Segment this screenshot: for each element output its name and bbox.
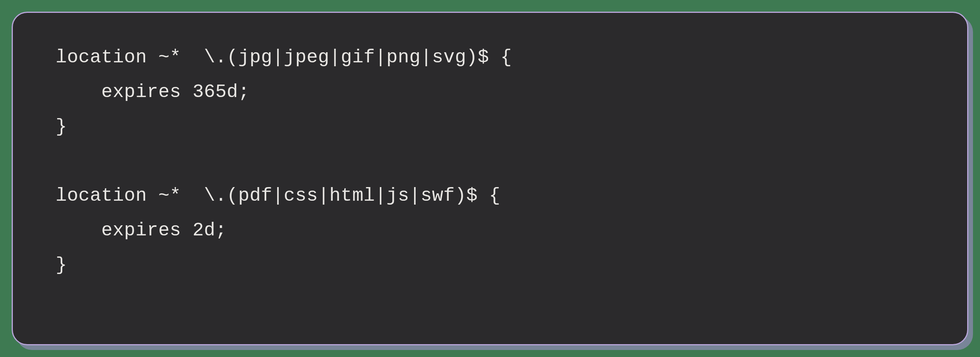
code-line-7: } (56, 254, 67, 276)
code-line-6: expires 2d; (56, 220, 227, 241)
code-line-1: location ~* \.(jpg|jpeg|gif|png|svg)$ { (56, 47, 512, 68)
code-line-5: location ~* \.(pdf|css|html|js|swf)$ { (56, 185, 501, 206)
code-line-2: expires 365d; (56, 81, 249, 103)
code-block: location ~* \.(jpg|jpeg|gif|png|svg)$ { … (12, 12, 968, 345)
code-content: location ~* \.(jpg|jpeg|gif|png|svg)$ { … (56, 40, 924, 283)
code-line-3: } (56, 116, 67, 137)
